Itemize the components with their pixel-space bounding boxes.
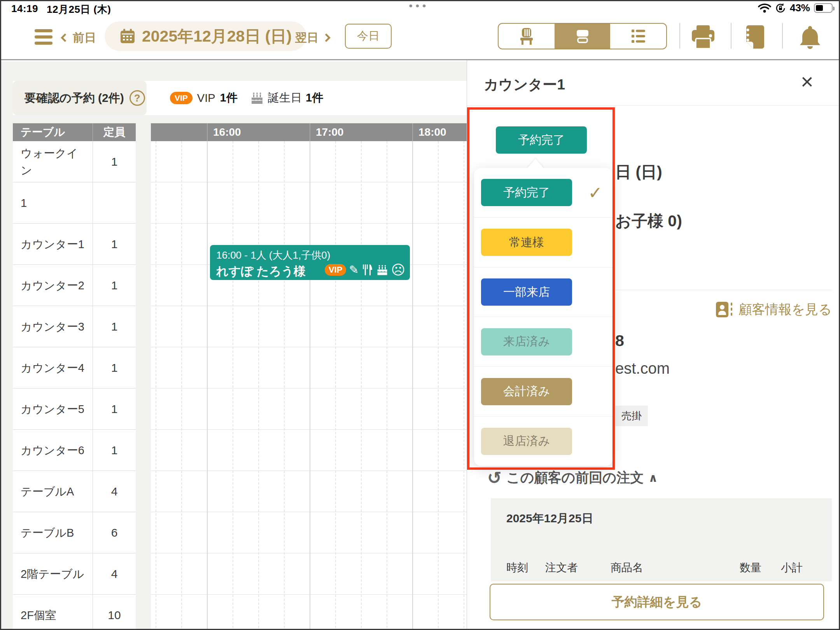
table-row-capacity: 1 <box>93 224 136 264</box>
party-size-fragment: お子様 0) <box>615 210 682 232</box>
resource-table-rows: ウォークイン11カウンター11カウンター21カウンター31カウンター41カウンタ… <box>13 141 136 630</box>
table-row[interactable]: 2階テーブル4 <box>13 553 136 595</box>
table-row-capacity: 1 <box>93 388 136 429</box>
table-row[interactable]: カウンター51 <box>13 388 136 430</box>
timeline-row[interactable] <box>151 512 467 553</box>
battery-icon <box>814 3 833 13</box>
timeline-row[interactable] <box>151 141 467 182</box>
close-icon[interactable]: × <box>801 69 814 94</box>
pending-reservations-label: 要確認の予約 (2件) <box>24 90 124 106</box>
view-timeline-tab[interactable] <box>555 24 611 49</box>
quarter-gridline <box>335 141 336 630</box>
quarter-gridline <box>284 141 285 630</box>
table-row-capacity: 10 <box>93 595 136 630</box>
timeline-grid[interactable]: 16:00 - 1人 (大人1,子供0) れすぽ たろう様 VIP ✎ <box>151 141 467 630</box>
table-row-capacity: 1 <box>93 430 136 471</box>
memo-button[interactable] <box>742 24 766 49</box>
table-row-name: カウンター3 <box>13 306 93 347</box>
status-option-row[interactable]: 来店済み <box>474 317 612 367</box>
status-option-button[interactable]: 退店済み <box>481 428 572 455</box>
table-row-name: カウンター2 <box>13 265 93 306</box>
table-row-name: テーブルB <box>13 512 93 553</box>
header-toolbar: 前日 2025年12月28日 (日) 翌日 今日 <box>1 14 839 60</box>
hour-label: 18:00 <box>418 123 446 141</box>
quarter-gridline <box>361 141 362 630</box>
table-row[interactable]: ウォークイン1 <box>13 141 136 182</box>
table-row-capacity: 1 <box>93 265 136 306</box>
hour-label: 16:00 <box>213 123 241 141</box>
timeline: 16:0017:0018:00 16:00 - 1人 (大人1,子供0) れすぽ… <box>151 123 467 630</box>
hour-gridline <box>310 141 310 630</box>
timeline-row[interactable] <box>151 347 467 388</box>
today-button[interactable]: 今日 <box>345 24 392 49</box>
help-icon[interactable]: ? <box>130 90 145 106</box>
notifications-button[interactable] <box>798 24 822 49</box>
timeline-row[interactable] <box>151 553 467 595</box>
birthday-icon <box>376 264 388 276</box>
table-row[interactable]: テーブルB6 <box>13 512 136 553</box>
status-button[interactable]: 予約完了 <box>496 126 587 154</box>
table-row[interactable]: カウンター31 <box>13 306 136 347</box>
menu-icon[interactable] <box>35 29 52 45</box>
date-picker-button[interactable]: 2025年12月28日 (日) <box>105 21 306 51</box>
table-row[interactable]: カウンター61 <box>13 430 136 471</box>
table-row-name: カウンター4 <box>13 347 93 388</box>
status-option-row[interactable]: 会計済み <box>474 367 612 416</box>
timeline-header: 16:0017:0018:00 <box>151 123 467 141</box>
hour-divider <box>310 123 310 141</box>
view-list-tab[interactable] <box>610 24 666 49</box>
table-row[interactable]: テーブルA4 <box>13 471 136 512</box>
status-option-button[interactable]: 来店済み <box>481 328 572 355</box>
next-day-button[interactable]: 翌日 <box>295 29 329 46</box>
status-dropdown-highlight: 予約完了 予約完了✓常連様一部来店来店済み会計済み退店済み <box>467 107 615 470</box>
timeline-row[interactable] <box>151 430 467 471</box>
order-column-header: 商品名 <box>611 560 643 575</box>
status-option-row[interactable]: 予約完了✓ <box>474 168 612 218</box>
quarter-gridline <box>181 141 182 630</box>
birthday-count-group: 誕生日 1件 <box>250 90 323 106</box>
toolbar-divider <box>731 23 732 49</box>
order-column-header: 注文者 <box>545 560 578 575</box>
reservation-detail-panel: カウンター1 × 日 (日) お子様 0) 顧客情報を見る 8 est.com … <box>467 60 840 630</box>
prev-day-button[interactable]: 前日 <box>62 29 96 46</box>
column-header-table: テーブル <box>13 123 93 141</box>
timeline-row[interactable] <box>151 388 467 430</box>
hour-label: 17:00 <box>316 123 344 141</box>
history-icon: ↺ <box>487 468 502 488</box>
wifi-icon <box>758 3 771 13</box>
print-button[interactable] <box>690 24 716 49</box>
timeline-row[interactable] <box>151 306 467 347</box>
status-option-button[interactable]: 一部来店 <box>481 278 572 306</box>
table-row-capacity: 1 <box>93 306 136 347</box>
email-fragment: est.com <box>615 360 670 377</box>
pending-reservations-chip[interactable]: 要確認の予約 (2件) ? <box>13 81 147 115</box>
reservation-detail-button[interactable]: 予約詳細を見る <box>490 584 824 620</box>
status-option-row[interactable]: 一部来店 <box>474 268 612 317</box>
status-option-row[interactable]: 常連様 <box>474 218 612 268</box>
meal-icon <box>362 264 373 276</box>
status-option-row[interactable]: 退店済み <box>474 416 612 466</box>
reservation-block[interactable]: 16:00 - 1人 (大人1,子供0) れすぽ たろう様 VIP ✎ <box>210 245 410 280</box>
table-row-name: カウンター6 <box>13 430 93 471</box>
status-option-button[interactable]: 予約完了 <box>481 179 572 206</box>
table-row[interactable]: カウンター21 <box>13 265 136 306</box>
reservation-time-info: 16:00 - 1人 (大人1,子供0) <box>216 248 404 262</box>
birthday-count: 1件 <box>306 90 323 106</box>
timeline-row[interactable] <box>151 471 467 512</box>
table-row[interactable]: 1 <box>13 182 136 224</box>
customer-info-link[interactable]: 顧客情報を見る <box>715 301 832 318</box>
chevron-right-icon <box>322 33 331 42</box>
previous-order-toggle[interactable]: ↺ この顧客の前回の注文 ∧ <box>487 468 658 488</box>
view-floor-tab[interactable] <box>499 24 555 49</box>
panel-divider <box>615 290 832 290</box>
panel-divider <box>467 105 840 106</box>
timeline-row[interactable] <box>151 595 467 630</box>
timeline-row[interactable] <box>151 182 467 224</box>
table-row[interactable]: 2F個室10 <box>13 595 136 630</box>
customer-card-icon <box>715 301 733 318</box>
status-option-button[interactable]: 常連様 <box>481 229 572 256</box>
table-row[interactable]: カウンター41 <box>13 347 136 388</box>
status-option-button[interactable]: 会計済み <box>481 378 572 405</box>
table-row[interactable]: カウンター11 <box>13 224 136 265</box>
table-row-name: テーブルA <box>13 471 93 512</box>
